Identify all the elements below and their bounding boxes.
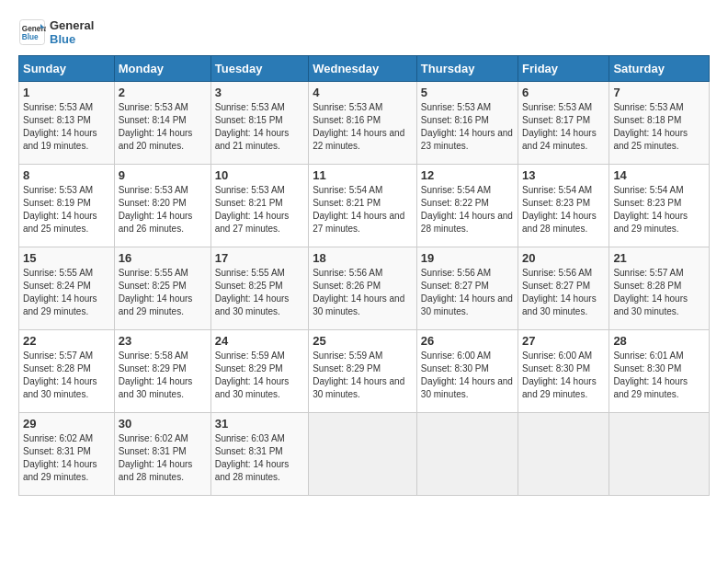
- day-info: Sunrise: 5:53 AMSunset: 8:15 PMDaylight:…: [215, 102, 290, 151]
- day-number: 14: [613, 168, 705, 182]
- calendar-body: 1 Sunrise: 5:53 AMSunset: 8:13 PMDayligh…: [19, 82, 710, 496]
- day-info: Sunrise: 5:55 AMSunset: 8:25 PMDaylight:…: [215, 268, 290, 316]
- day-info: Sunrise: 5:55 AMSunset: 8:25 PMDaylight:…: [119, 268, 193, 316]
- calendar-table: SundayMondayTuesdayWednesdayThursdayFrid…: [18, 55, 710, 496]
- day-info: Sunrise: 5:58 AMSunset: 8:29 PMDaylight:…: [119, 350, 193, 399]
- calendar-cell: 21 Sunrise: 5:57 AMSunset: 8:28 PMDaylig…: [609, 247, 710, 330]
- day-info: Sunrise: 5:54 AMSunset: 8:23 PMDaylight:…: [522, 185, 597, 234]
- calendar-cell: 11 Sunrise: 5:54 AMSunset: 8:21 PMDaylig…: [309, 165, 417, 247]
- day-number: 24: [215, 334, 304, 348]
- calendar-cell: 2 Sunrise: 5:53 AMSunset: 8:14 PMDayligh…: [114, 82, 210, 165]
- calendar-cell: 7 Sunrise: 5:53 AMSunset: 8:18 PMDayligh…: [609, 82, 710, 165]
- day-info: Sunrise: 5:53 AMSunset: 8:19 PMDaylight:…: [23, 185, 97, 234]
- calendar-cell: 5 Sunrise: 5:53 AMSunset: 8:16 PMDayligh…: [416, 82, 518, 165]
- day-number: 30: [119, 417, 207, 431]
- day-number: 29: [23, 417, 110, 431]
- column-header-monday: Monday: [114, 56, 210, 82]
- day-info: Sunrise: 5:53 AMSunset: 8:17 PMDaylight:…: [522, 102, 597, 151]
- day-number: 9: [119, 168, 207, 182]
- calendar-cell: 22 Sunrise: 5:57 AMSunset: 8:28 PMDaylig…: [19, 330, 115, 413]
- svg-text:General: General: [22, 25, 46, 33]
- day-number: 27: [522, 334, 605, 348]
- column-header-friday: Friday: [518, 56, 609, 82]
- day-info: Sunrise: 6:00 AMSunset: 8:30 PMDaylight:…: [522, 350, 597, 399]
- calendar-header-row: SundayMondayTuesdayWednesdayThursdayFrid…: [19, 56, 710, 82]
- calendar-cell: 12 Sunrise: 5:54 AMSunset: 8:22 PMDaylig…: [416, 165, 518, 247]
- calendar-week-row: 8 Sunrise: 5:53 AMSunset: 8:19 PMDayligh…: [19, 165, 710, 247]
- calendar-cell: 29 Sunrise: 6:02 AMSunset: 8:31 PMDaylig…: [19, 413, 115, 496]
- calendar-cell: [309, 413, 417, 496]
- calendar-cell: 8 Sunrise: 5:53 AMSunset: 8:19 PMDayligh…: [19, 165, 115, 247]
- day-number: 19: [421, 251, 514, 265]
- column-header-saturday: Saturday: [609, 56, 710, 82]
- day-number: 12: [421, 168, 514, 182]
- calendar-cell: [609, 413, 710, 496]
- calendar-cell: 9 Sunrise: 5:53 AMSunset: 8:20 PMDayligh…: [114, 165, 210, 247]
- day-info: Sunrise: 5:54 AMSunset: 8:21 PMDaylight:…: [313, 185, 404, 234]
- day-number: 21: [613, 251, 705, 265]
- day-number: 2: [119, 86, 207, 99]
- day-number: 4: [313, 86, 413, 99]
- day-info: Sunrise: 6:03 AMSunset: 8:31 PMDaylight:…: [215, 433, 290, 482]
- calendar-cell: 1 Sunrise: 5:53 AMSunset: 8:13 PMDayligh…: [19, 82, 115, 165]
- calendar-cell: 18 Sunrise: 5:56 AMSunset: 8:26 PMDaylig…: [309, 247, 417, 330]
- day-number: 20: [522, 251, 605, 265]
- day-info: Sunrise: 5:53 AMSunset: 8:18 PMDaylight:…: [613, 102, 688, 151]
- day-number: 15: [23, 251, 110, 265]
- calendar-cell: 27 Sunrise: 6:00 AMSunset: 8:30 PMDaylig…: [518, 330, 609, 413]
- day-number: 13: [522, 168, 605, 182]
- day-info: Sunrise: 5:53 AMSunset: 8:16 PMDaylight:…: [421, 102, 513, 151]
- calendar-cell: 16 Sunrise: 5:55 AMSunset: 8:25 PMDaylig…: [114, 247, 210, 330]
- calendar-cell: 23 Sunrise: 5:58 AMSunset: 8:29 PMDaylig…: [114, 330, 210, 413]
- calendar-cell: 19 Sunrise: 5:56 AMSunset: 8:27 PMDaylig…: [416, 247, 518, 330]
- day-number: 26: [421, 334, 514, 348]
- day-number: 11: [313, 168, 413, 182]
- day-info: Sunrise: 5:56 AMSunset: 8:27 PMDaylight:…: [421, 268, 513, 316]
- calendar-cell: 20 Sunrise: 5:56 AMSunset: 8:27 PMDaylig…: [518, 247, 609, 330]
- calendar-cell: 26 Sunrise: 6:00 AMSunset: 8:30 PMDaylig…: [416, 330, 518, 413]
- calendar-cell: 3 Sunrise: 5:53 AMSunset: 8:15 PMDayligh…: [210, 82, 308, 165]
- day-info: Sunrise: 6:02 AMSunset: 8:31 PMDaylight:…: [23, 433, 97, 482]
- logo-icon: General Blue: [18, 18, 46, 46]
- column-header-thursday: Thursday: [416, 56, 518, 82]
- calendar-cell: 28 Sunrise: 6:01 AMSunset: 8:30 PMDaylig…: [609, 330, 710, 413]
- day-info: Sunrise: 5:56 AMSunset: 8:26 PMDaylight:…: [313, 268, 404, 316]
- day-info: Sunrise: 6:01 AMSunset: 8:30 PMDaylight:…: [613, 350, 688, 399]
- day-info: Sunrise: 5:54 AMSunset: 8:22 PMDaylight:…: [421, 185, 513, 234]
- svg-text:Blue: Blue: [22, 33, 39, 41]
- day-number: 25: [313, 334, 413, 348]
- calendar-cell: 15 Sunrise: 5:55 AMSunset: 8:24 PMDaylig…: [19, 247, 115, 330]
- day-info: Sunrise: 5:55 AMSunset: 8:24 PMDaylight:…: [23, 268, 97, 316]
- calendar-cell: 10 Sunrise: 5:53 AMSunset: 8:21 PMDaylig…: [210, 165, 308, 247]
- day-number: 23: [119, 334, 207, 348]
- day-info: Sunrise: 6:00 AMSunset: 8:30 PMDaylight:…: [421, 350, 513, 399]
- calendar-week-row: 29 Sunrise: 6:02 AMSunset: 8:31 PMDaylig…: [19, 413, 710, 496]
- day-info: Sunrise: 6:02 AMSunset: 8:31 PMDaylight:…: [119, 433, 193, 482]
- calendar-week-row: 22 Sunrise: 5:57 AMSunset: 8:28 PMDaylig…: [19, 330, 710, 413]
- day-info: Sunrise: 5:53 AMSunset: 8:20 PMDaylight:…: [119, 185, 193, 234]
- day-number: 10: [215, 168, 304, 182]
- day-number: 31: [215, 417, 304, 431]
- column-header-wednesday: Wednesday: [309, 56, 417, 82]
- column-header-tuesday: Tuesday: [210, 56, 308, 82]
- calendar-cell: 24 Sunrise: 5:59 AMSunset: 8:29 PMDaylig…: [210, 330, 308, 413]
- calendar-cell: [416, 413, 518, 496]
- day-number: 17: [215, 251, 304, 265]
- calendar-week-row: 1 Sunrise: 5:53 AMSunset: 8:13 PMDayligh…: [19, 82, 710, 165]
- calendar-cell: 25 Sunrise: 5:59 AMSunset: 8:29 PMDaylig…: [309, 330, 417, 413]
- day-info: Sunrise: 5:56 AMSunset: 8:27 PMDaylight:…: [522, 268, 597, 316]
- day-info: Sunrise: 5:59 AMSunset: 8:29 PMDaylight:…: [215, 350, 290, 399]
- calendar-cell: [518, 413, 609, 496]
- day-info: Sunrise: 5:59 AMSunset: 8:29 PMDaylight:…: [313, 350, 404, 399]
- day-number: 5: [421, 86, 514, 99]
- day-info: Sunrise: 5:53 AMSunset: 8:14 PMDaylight:…: [119, 102, 193, 151]
- calendar-cell: 17 Sunrise: 5:55 AMSunset: 8:25 PMDaylig…: [210, 247, 308, 330]
- day-info: Sunrise: 5:57 AMSunset: 8:28 PMDaylight:…: [613, 268, 688, 316]
- day-number: 6: [522, 86, 605, 99]
- day-info: Sunrise: 5:57 AMSunset: 8:28 PMDaylight:…: [23, 350, 97, 399]
- column-header-sunday: Sunday: [19, 56, 115, 82]
- header: General Blue General Blue: [18, 18, 710, 46]
- day-number: 7: [613, 86, 705, 99]
- day-info: Sunrise: 5:53 AMSunset: 8:21 PMDaylight:…: [215, 185, 290, 234]
- calendar-cell: 30 Sunrise: 6:02 AMSunset: 8:31 PMDaylig…: [114, 413, 210, 496]
